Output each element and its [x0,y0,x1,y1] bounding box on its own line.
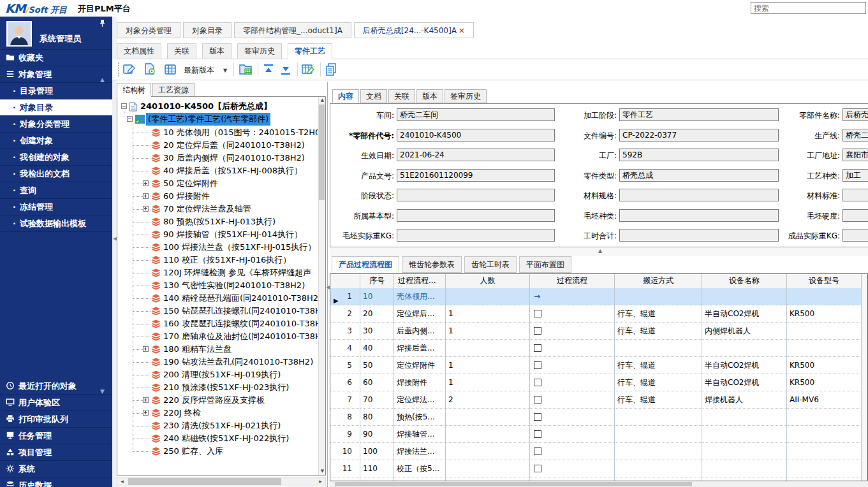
tree-operation[interactable]: 10 壳体领用（015图号：2401015-T2H0, [117,126,318,139]
table-icon[interactable] [163,62,177,76]
table-row[interactable]: 990焊接轴管... [330,426,862,443]
copy-doc-icon[interactable] [324,62,338,76]
tree-operation[interactable]: 40 焊接后盖（按51XF-HJ-008执行） [117,164,318,177]
doc-tab[interactable]: 版本 [202,43,232,59]
flow-tab[interactable]: 产品过程流程图 [332,256,399,273]
expand-icon[interactable] [143,397,149,403]
tree-operation[interactable]: 20 定位焊后盖（同2401010-T38H2) [117,139,318,152]
table-row[interactable]: 220定位焊后...1行车、辊道半自动CO2焊机KR500 [330,305,862,323]
expand-icon[interactable] [143,346,149,352]
tree-operation[interactable]: 50 定位焊附件 [117,177,318,190]
splitter-collapse-icon[interactable]: ▲ [598,248,602,254]
sidebar-section-list[interactable]: 对象管理▲ [0,66,112,83]
form-field[interactable] [619,189,779,201]
detail-tab[interactable]: 签审历史 [445,89,487,103]
toolbar-drag-handle[interactable] [118,62,119,76]
tree-operation[interactable]: 220 反序焊管路座及支撑板 [117,394,318,407]
scrollbar-thumb[interactable] [319,105,325,200]
main-tab[interactable]: 零部件结构管理_...oduct1]A [234,22,351,38]
table-row[interactable]: 440焊接后盖... [330,340,862,357]
flow-tab[interactable]: 锥齿轮参数表 [402,256,462,273]
expand-icon[interactable] [143,410,149,416]
checkbox[interactable] [534,379,541,386]
tree-operation[interactable]: 180 粗精车法兰盘 [117,343,318,356]
tree-operation[interactable]: 170 磨轴承位及油封位(同2401010-T38H [117,330,318,343]
checkbox[interactable] [534,413,541,421]
table-row[interactable]: 550定位焊附件1行车、辊道半自动CO2焊机KR500 [330,357,862,374]
tree-tab[interactable]: 工艺资源 [152,83,195,97]
form-field[interactable] [842,229,868,242]
pin-icon[interactable] [99,19,106,27]
table-row[interactable]: 660焊接附件1行车、辊道半自动CO2焊机KR500 [330,374,862,391]
table-horizontal-scrollbar[interactable] [330,481,868,487]
doc-tab[interactable]: 关联 [167,43,196,59]
sidebar-item[interactable]: ·试验数据输出模板 [0,215,112,232]
sidebar-section-gear[interactable]: 系统 [0,461,112,477]
tree-operation[interactable]: 250 贮存、入库 [117,445,318,458]
form-field[interactable]: 桥壳二车间 [397,108,555,121]
sidebar-section-project[interactable]: 项目管理 [0,444,112,461]
detail-tab[interactable]: 关联 [388,89,415,103]
collapse-icon[interactable] [127,116,133,122]
tree-operation[interactable]: 70 定位焊法兰盘及轴管 [117,203,318,215]
form-field[interactable] [619,209,779,222]
tree-operation[interactable]: 210 预涂漆(按51XF-HJ-023执行) [117,381,318,394]
form-field[interactable] [619,229,779,242]
sidebar-item[interactable]: ·对象分类管理 [0,116,112,133]
tree-operation[interactable]: 80 预热(按51XF-HJ-013执行) [117,215,318,228]
main-tab[interactable]: 对象分类管理 [117,22,180,38]
checkbox[interactable] [534,430,541,438]
main-tab[interactable]: 后桥壳总成[24...-K4500]A× [354,22,474,38]
tree-operation[interactable]: 140 精镗琵琶孔端面(同2401010-T38H2) [117,292,318,305]
form-field[interactable]: 592B [619,149,779,161]
form-field[interactable]: 51E201601120099 [397,169,555,182]
sidebar-section-recent[interactable]: 最近打开的对象▼ [0,378,112,395]
sidebar-section-folder[interactable]: 收藏夹 [0,50,112,66]
tree-operation[interactable]: 110 校正（按51XF-HJ-016执行） [117,254,318,266]
table-row[interactable]: 10100焊接法兰... [330,443,862,460]
sidebar-section-monitor[interactable]: 用户体验区 [0,395,112,411]
table-row[interactable]: 11110校正（按5... [330,460,862,477]
scroll-right-icon[interactable]: ▸ [316,477,325,486]
form-field[interactable]: 桥壳总成 [619,169,779,182]
sidebar-item[interactable]: ·创建对象 [0,133,112,149]
form-field[interactable]: 零件工艺 [619,108,779,121]
table-edit-icon[interactable] [301,62,315,76]
collapse-icon[interactable] [121,103,127,109]
doc-tab[interactable]: 签审历史 [237,43,282,59]
detail-tab[interactable]: 内容 [332,89,359,103]
expand-icon[interactable] [143,206,149,212]
detail-tab[interactable]: 文档 [360,89,387,103]
form-field[interactable]: 桥壳二 [842,129,868,142]
sidebar-item[interactable]: ·冻结管理 [0,199,112,215]
checkbox[interactable] [534,447,541,455]
form-field[interactable]: 襄阳市 [842,149,868,161]
search-input[interactable] [751,2,866,14]
table-row[interactable]: 1▶10壳体领用...→ [330,288,862,305]
tree-operation[interactable]: 200 清理(按51XF-HJ-019执行) [117,368,318,381]
form-field[interactable]: 2401010-K4500 [397,129,555,142]
chevron-down-icon[interactable]: ▼ [223,68,227,73]
form-field[interactable]: 后桥壳 [842,108,868,121]
tree-operation[interactable]: 30 后盖内侧焊（同2401010-T38H2) [117,152,318,164]
flow-tab[interactable]: 平面布置图 [519,256,571,273]
tree-operation[interactable]: 130 气密性实验(同2401010-T38H2) [117,279,318,292]
checkbox[interactable] [534,465,541,472]
version-select-value[interactable]: 最新版本 [184,65,214,76]
scroll-up-icon[interactable]: ▲ [319,97,326,104]
close-icon[interactable]: × [459,26,465,35]
doc-gear-icon[interactable] [143,62,157,76]
sidebar-splitter[interactable] [112,17,117,487]
doc-tab[interactable]: 文档属性 [117,43,161,59]
sidebar-section-task[interactable]: 任务管理 [0,428,112,444]
scroll-left-icon[interactable]: ◂ [117,477,127,486]
form-field[interactable] [842,189,868,201]
sidebar-item[interactable]: ·我创建的对象 [0,149,112,166]
tree-operation[interactable]: 160 攻琵琶孔连接螺纹(同2401010-T38H [117,317,318,330]
tree-operation[interactable]: 240 粘磁铁(按51XF-HJ-022执行) [117,432,318,445]
checkbox[interactable] [534,327,541,335]
detail-tab[interactable]: 版本 [416,89,443,103]
scroll-down-icon[interactable]: ▼ [319,468,326,475]
tree-operation[interactable]: 100 焊接法兰盘（按51XF-HJ-015执行） [117,241,318,254]
sidebar-item[interactable]: ·对象目录 [0,99,112,116]
